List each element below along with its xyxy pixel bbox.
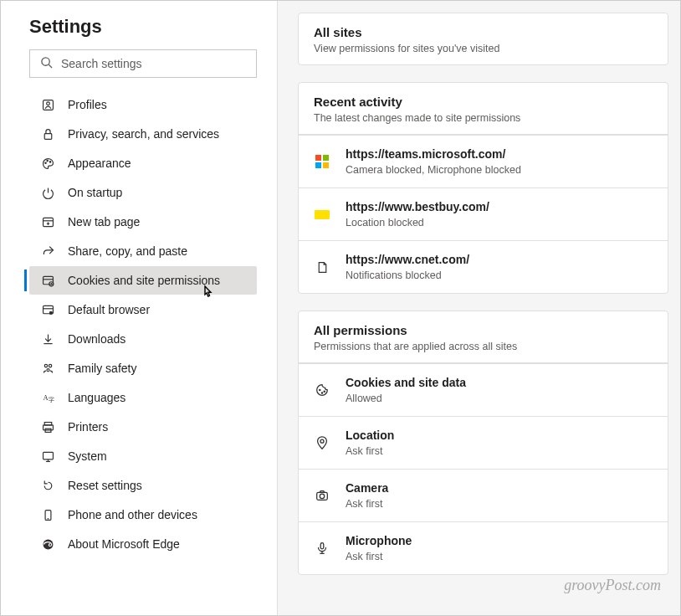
lock-icon <box>39 126 56 142</box>
recent-item-bestbuy[interactable]: https://www.bestbuy.com/ Location blocke… <box>299 187 668 240</box>
sidebar-item-family[interactable]: Family safety <box>29 354 257 382</box>
browser-icon <box>39 301 56 318</box>
svg-point-5 <box>44 162 45 162</box>
site-url: https://teams.microsoft.com/ <box>346 147 521 161</box>
search-input[interactable] <box>29 49 257 78</box>
all-sites-title: All sites <box>314 25 653 39</box>
phone-icon <box>39 506 56 523</box>
sidebar-item-system[interactable]: System <box>29 442 257 470</box>
sidebar-item-label: New tab page <box>68 215 140 228</box>
sidebar-item-label: Downloads <box>68 332 125 346</box>
sidebar-item-cookies[interactable]: Cookies and site permissions <box>29 266 257 295</box>
sidebar-item-label: Cookies and site permissions <box>68 274 220 287</box>
language-icon: A字 <box>39 389 56 406</box>
share-icon <box>39 243 56 259</box>
svg-point-0 <box>42 58 49 65</box>
svg-point-33 <box>320 389 320 390</box>
svg-point-19 <box>44 364 47 367</box>
appearance-icon <box>39 155 56 172</box>
sidebar-item-label: Profiles <box>68 98 107 111</box>
newtab-icon <box>39 213 56 230</box>
svg-point-7 <box>49 161 50 162</box>
sidebar-item-label: Default browser <box>68 303 150 316</box>
svg-rect-27 <box>43 452 53 459</box>
recent-subtitle: The latest changes made to site permissi… <box>314 112 653 124</box>
svg-rect-39 <box>320 543 324 549</box>
main-content: All sites View permissions for sites you… <box>278 1 680 615</box>
sidebar-item-privacy[interactable]: Privacy, search, and services <box>29 120 257 148</box>
perm-title: Location <box>346 429 394 442</box>
camera-icon <box>314 487 330 504</box>
sidebar-item-label: Reset settings <box>68 479 142 492</box>
sidebar-item-label: Printers <box>68 420 108 434</box>
sidebar: Settings Profiles Privacy, search, and s… <box>1 1 277 615</box>
svg-point-34 <box>321 393 322 393</box>
site-detail: Location blocked <box>346 217 489 228</box>
file-icon <box>314 259 330 275</box>
site-detail: Notifications blocked <box>346 270 469 281</box>
sidebar-item-appearance[interactable]: Appearance <box>29 149 257 177</box>
sidebar-item-label: Share, copy, and paste <box>68 244 187 258</box>
sidebar-item-label: Languages <box>68 391 125 404</box>
sidebar-item-about[interactable]: About Microsoft Edge <box>29 530 257 558</box>
sidebar-item-label: Phone and other devices <box>68 508 197 521</box>
recent-item-cnet[interactable]: https://www.cnet.com/ Notifications bloc… <box>299 240 668 293</box>
perm-item-location[interactable]: Location Ask first <box>299 416 668 469</box>
perm-item-camera[interactable]: Camera Ask first <box>299 469 668 521</box>
sidebar-item-label: Family safety <box>68 362 136 375</box>
reset-icon <box>39 477 56 494</box>
svg-point-20 <box>49 364 51 367</box>
all-perms-title: All permissions <box>314 323 653 337</box>
system-icon <box>39 448 56 465</box>
sidebar-item-newtab[interactable]: New tab page <box>29 208 257 236</box>
perm-item-cookies[interactable]: Cookies and site data Allowed <box>299 363 668 416</box>
all-permissions-card: All permissions Permissions that are app… <box>298 311 668 575</box>
family-icon <box>39 360 56 377</box>
site-url: https://www.cnet.com/ <box>346 253 469 266</box>
sidebar-item-reset[interactable]: Reset settings <box>29 471 257 500</box>
all-perms-subtitle: Permissions that are applied across all … <box>314 341 653 352</box>
sidebar-item-label: About Microsoft Edge <box>68 537 180 551</box>
sidebar-nav: Profiles Privacy, search, and services A… <box>29 90 257 559</box>
svg-point-21 <box>46 368 49 371</box>
perm-status: Ask first <box>346 445 394 457</box>
location-icon <box>314 434 330 451</box>
sidebar-item-label: System <box>68 449 107 463</box>
perm-item-microphone[interactable]: Microphone Ask first <box>299 521 668 574</box>
all-sites-card[interactable]: All sites View permissions for sites you… <box>298 13 668 65</box>
perm-title: Cookies and site data <box>346 376 466 389</box>
download-icon <box>39 331 56 347</box>
recent-activity-card: Recent activity The latest changes made … <box>298 82 668 294</box>
sidebar-item-languages[interactable]: A字 Languages <box>29 383 257 412</box>
site-detail: Camera blocked, Microphone blocked <box>346 164 521 176</box>
sidebar-item-default-browser[interactable]: Default browser <box>29 295 257 324</box>
perm-status: Ask first <box>346 551 412 562</box>
sidebar-item-profiles[interactable]: Profiles <box>29 90 257 119</box>
svg-point-36 <box>320 439 324 443</box>
perm-title: Microphone <box>346 534 412 547</box>
svg-point-38 <box>320 494 324 498</box>
svg-point-17 <box>49 311 52 314</box>
edge-icon <box>39 536 56 552</box>
microphone-icon <box>314 540 330 557</box>
sidebar-item-phone[interactable]: Phone and other devices <box>29 501 257 529</box>
svg-point-35 <box>324 391 325 392</box>
recent-item-teams[interactable]: https://teams.microsoft.com/ Camera bloc… <box>299 135 668 187</box>
perm-status: Ask first <box>346 498 388 510</box>
search-field[interactable] <box>61 57 246 70</box>
cookies-icon <box>39 272 56 289</box>
sidebar-item-share[interactable]: Share, copy, and paste <box>29 237 257 265</box>
svg-point-6 <box>46 160 47 161</box>
sidebar-item-label: Privacy, search, and services <box>68 127 219 141</box>
sidebar-item-startup[interactable]: On startup <box>29 178 257 207</box>
bestbuy-icon <box>314 206 330 223</box>
svg-rect-25 <box>43 424 53 429</box>
microsoft-icon <box>314 153 330 170</box>
sidebar-item-printers[interactable]: Printers <box>29 413 257 441</box>
perm-status: Allowed <box>346 393 466 404</box>
profile-icon <box>39 96 56 113</box>
sidebar-item-downloads[interactable]: Downloads <box>29 325 257 353</box>
svg-point-3 <box>46 101 49 105</box>
sidebar-item-label: Appearance <box>68 157 131 170</box>
power-icon <box>39 184 56 201</box>
